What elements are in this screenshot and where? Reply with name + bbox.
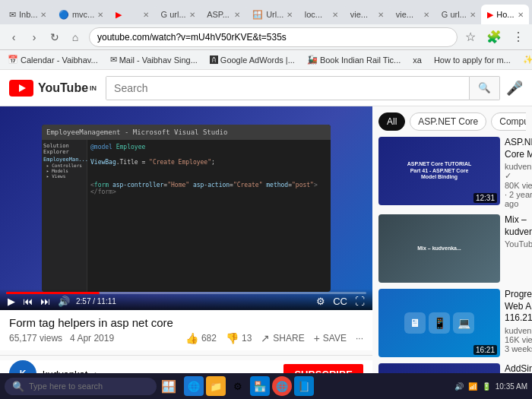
taskbar-search-input[interactable]: [29, 382, 135, 391]
home-button[interactable]: ⌂: [66, 28, 84, 46]
rec-stats-pwa: 16K views · 3 weeks ago: [505, 335, 532, 353]
tab-gmail[interactable]: ✉ Inb... ✕: [3, 5, 52, 24]
rec-video-addsingleton[interactable]: ASP.NET Core TUTORIALPart 44 - AddSingle…: [378, 363, 526, 373]
reload-button[interactable]: ↻: [46, 28, 64, 46]
tab-gurl[interactable]: G url... ✕: [155, 5, 201, 24]
close-tab-gurl[interactable]: ✕: [189, 11, 195, 19]
publish-date: 4 Apr 2019: [70, 333, 114, 344]
youtube-logo-icon: [9, 80, 33, 97]
rec-title-addsingleton: AddSingleton vs AddTransien...: [505, 363, 532, 373]
taskbar-app-edge[interactable]: 🌐: [184, 376, 204, 396]
settings-button[interactable]: ⚙: [315, 296, 327, 307]
filter-chips: All ASP.NET Core Computer Sci...: [378, 112, 526, 131]
share-button[interactable]: ↗ SHARE: [261, 332, 304, 344]
taskbar-app-chrome[interactable]: 🌐: [272, 376, 292, 396]
duration-aspnet41: 12:31: [473, 193, 497, 203]
taskbar-start-button[interactable]: 🪟: [160, 377, 178, 395]
filter-aspnet[interactable]: ASP.NET Core: [410, 112, 486, 131]
close-tab-gmail[interactable]: ✕: [40, 11, 46, 19]
rec-video-aspnet41[interactable]: ASP.NET Core TUTORIALPart 41 - ASP.NET C…: [378, 137, 526, 208]
tab-aspnet[interactable]: ASP... ✕: [201, 5, 246, 24]
tab-mvc[interactable]: 🔵 mvc... ✕: [52, 5, 109, 24]
extensions-icon[interactable]: 🧩: [483, 30, 505, 44]
bookmark-autofill[interactable]: ✨ Magic Autofill: [520, 53, 532, 66]
tab-microsoft[interactable]: 🪟 Url... ✕: [246, 5, 299, 24]
vs-code-mockup: EmployeeManagement - Microsoft Visual St…: [42, 125, 331, 292]
close-tab-ms[interactable]: ✕: [287, 11, 293, 19]
taskbar-app-store[interactable]: 🏪: [250, 376, 270, 396]
video-player[interactable]: EmployeeManagement - Microsoft Visual St…: [0, 106, 372, 310]
sound-icon[interactable]: 🔊: [454, 382, 464, 391]
forward-button[interactable]: ›: [25, 28, 43, 46]
bookmark-apply[interactable]: How to apply for m...: [431, 54, 514, 66]
play-button[interactable]: ▶: [6, 296, 17, 307]
bookmark-xa[interactable]: xa: [410, 54, 425, 66]
mic-icon[interactable]: 🎤: [506, 80, 523, 97]
dislike-button[interactable]: 👎 13: [226, 332, 252, 344]
url-bar[interactable]: [89, 27, 458, 47]
controls-row: ▶ ⏮ ⏭ 🔊 2:57 / 11:11 ⚙ CC ⛶: [6, 296, 366, 307]
fullscreen-button[interactable]: ⛶: [353, 296, 366, 307]
rec-video-mix[interactable]: Mix – kudvenka... Mix – kudvenka... YouT…: [378, 214, 526, 283]
back-button[interactable]: ‹: [5, 28, 23, 46]
thumbs-down-icon: 👎: [226, 332, 239, 344]
tab-youtube-main[interactable]: ▶ Ho... ✕: [481, 5, 529, 24]
save-button[interactable]: + SAVE: [314, 332, 347, 344]
battery-icon[interactable]: 🔋: [482, 382, 491, 391]
close-tab-aspnet[interactable]: ✕: [234, 11, 240, 19]
yt-logo-text: YouTube: [38, 81, 88, 95]
close-tab-ytmain[interactable]: ✕: [518, 11, 524, 19]
adwords-favicon: 🅰: [210, 55, 218, 65]
bookmark-mail[interactable]: ✉ Mail - Vaibhav Sing...: [107, 53, 201, 66]
yt-search-container: 🔍 🎤: [106, 76, 523, 100]
tab-view1[interactable]: vie... ✕: [344, 5, 390, 24]
close-tab-view2[interactable]: ✕: [423, 11, 429, 19]
address-bar: ‹ › ↻ ⌂ ☆ 🧩 ⋮: [0, 24, 532, 50]
volume-button[interactable]: 🔊: [56, 296, 71, 307]
bookmark-calendar[interactable]: 📅 Calendar - Vaibhav...: [5, 53, 101, 66]
taskbar-app-explorer[interactable]: 📁: [206, 376, 226, 396]
tab-view2[interactable]: vie... ✕: [390, 5, 435, 24]
autofill-favicon: ✨: [523, 55, 532, 65]
rec-thumb-aspnet41: ASP.NET Core TUTORIALPart 41 - ASP.NET C…: [378, 137, 500, 205]
bookmark-rail[interactable]: 🚂 Book Indian Rail Tic...: [304, 53, 404, 66]
rec-title-mix: Mix – kudvenka...: [505, 214, 532, 238]
close-tab-ytold[interactable]: ✕: [143, 11, 149, 19]
yt-header: YouTube IN 🔍 🎤: [0, 70, 532, 106]
bookmarks-bar: 📅 Calendar - Vaibhav... ✉ Mail - Vaibhav…: [0, 50, 532, 70]
search-input[interactable]: [106, 77, 469, 100]
video-controls: ▶ ⏮ ⏭ 🔊 2:57 / 11:11 ⚙ CC ⛶: [0, 289, 372, 310]
menu-icon[interactable]: ⋮: [509, 30, 527, 44]
cc-button[interactable]: CC: [331, 296, 349, 307]
taskbar-right: 🔊 📶 🔋 10:35 AM: [454, 382, 527, 391]
rec-channel-mix: YouTube: [505, 239, 532, 249]
rec-title-aspnet41: ASP.NET Core M...: [505, 137, 532, 160]
more-button[interactable]: ···: [356, 333, 363, 344]
close-tab-view1[interactable]: ✕: [378, 11, 384, 19]
tab-local[interactable]: loc... ✕: [299, 5, 344, 24]
search-icon: 🔍: [478, 82, 491, 93]
controls-right: ⚙ CC ⛶: [315, 296, 366, 307]
network-icon[interactable]: 📶: [468, 382, 477, 391]
progress-bar[interactable]: [6, 292, 366, 294]
skip-back-button[interactable]: ⏮: [21, 296, 34, 307]
rec-video-pwa[interactable]: 🖥 📱 💻 16:21 Progressive Web Apps 116.21 …: [378, 289, 526, 357]
subscribe-button[interactable]: SUBSCRIBE: [283, 364, 363, 374]
filter-cs[interactable]: Computer Sci...: [491, 112, 526, 131]
search-button[interactable]: 🔍: [470, 76, 500, 100]
close-tab-mvc[interactable]: ✕: [97, 11, 103, 19]
bookmark-icon[interactable]: ☆: [462, 30, 479, 44]
tab-gurl2[interactable]: G url... ✕: [435, 5, 482, 24]
close-tab-gurl2[interactable]: ✕: [470, 11, 476, 19]
taskbar-app-settings[interactable]: ⚙: [228, 376, 248, 396]
rec-info-aspnet41: ASP.NET Core M... kudvenkat ✓ 80K views …: [505, 137, 532, 208]
close-tab-local[interactable]: ✕: [332, 11, 338, 19]
taskbar-app-vscode[interactable]: 📘: [294, 376, 314, 396]
tab-youtube-old[interactable]: ▶ ✕: [109, 5, 155, 24]
rail-favicon: 🚂: [307, 55, 318, 65]
filter-all[interactable]: All: [378, 112, 405, 131]
like-button[interactable]: 👍 682: [185, 332, 217, 344]
bookmark-adwords[interactable]: 🅰 Google AdWords |...: [207, 54, 298, 66]
yt-logo[interactable]: YouTube IN: [9, 80, 97, 97]
skip-forward-button[interactable]: ⏭: [39, 296, 52, 307]
